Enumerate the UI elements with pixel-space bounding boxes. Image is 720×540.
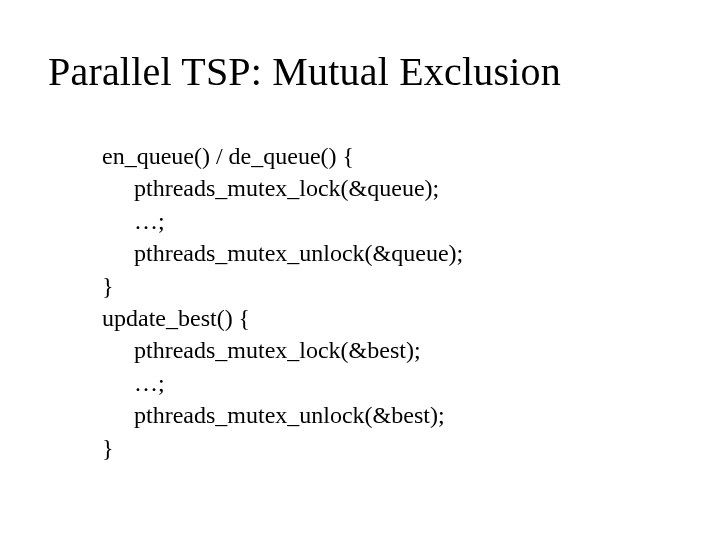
code-line: } (102, 432, 463, 464)
slide-title: Parallel TSP: Mutual Exclusion (48, 48, 672, 95)
slide: Parallel TSP: Mutual Exclusion en_queue(… (0, 0, 720, 540)
code-line: pthreads_mutex_lock(&best); (102, 334, 463, 366)
code-line: update_best() { (102, 302, 463, 334)
code-block: en_queue() / de_queue() { pthreads_mutex… (102, 140, 463, 464)
code-line: en_queue() / de_queue() { (102, 140, 463, 172)
code-line: …; (102, 367, 463, 399)
code-line: } (102, 270, 463, 302)
code-line: …; (102, 205, 463, 237)
code-line: pthreads_mutex_lock(&queue); (102, 172, 463, 204)
code-line: pthreads_mutex_unlock(&queue); (102, 237, 463, 269)
code-line: pthreads_mutex_unlock(&best); (102, 399, 463, 431)
